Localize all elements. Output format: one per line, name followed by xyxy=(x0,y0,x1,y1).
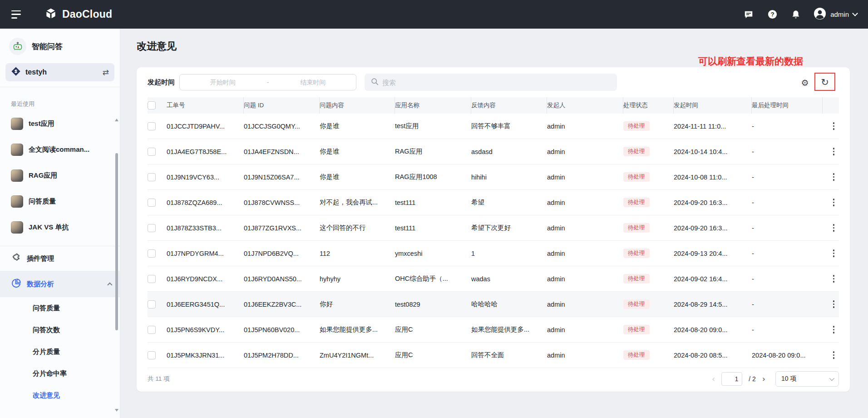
user-menu[interactable]: admin xyxy=(814,7,857,22)
page-size-select[interactable]: 10 项 xyxy=(775,371,839,387)
table-row[interactable]: 01JCCJTD9PAHV... 01JCCJSG0QMY... 你是谁 tes… xyxy=(148,114,839,139)
row-checkbox[interactable] xyxy=(148,326,156,334)
row-actions-kebab-icon[interactable] xyxy=(831,171,837,183)
switch-workspace-icon[interactable]: ⇄ xyxy=(103,68,109,77)
end-date-input[interactable] xyxy=(270,79,356,86)
sidebar: 智能问答 testyh ⇄ 最近使用 test应用 全文阅读comman... … xyxy=(0,29,120,418)
recent-section-label: 最近使用 xyxy=(0,87,120,111)
question-content-cell: hyhyhy xyxy=(320,266,395,291)
row-actions-kebab-icon[interactable] xyxy=(831,273,837,284)
scroll-up-icon[interactable] xyxy=(115,119,118,121)
row-actions-kebab-icon[interactable] xyxy=(831,146,837,157)
row-checkbox[interactable] xyxy=(148,148,156,156)
help-icon[interactable]: ? xyxy=(766,9,778,20)
scroll-down-icon[interactable] xyxy=(115,409,118,412)
row-checkbox[interactable] xyxy=(148,300,156,309)
next-page-icon[interactable]: › xyxy=(762,375,765,383)
header-initiator: 发起人 xyxy=(547,97,623,114)
row-actions-kebab-icon[interactable] xyxy=(831,197,837,208)
table-row[interactable]: 01J6RYD9NCDX... 01J6RYD0ANS50... hyhyhy … xyxy=(148,266,839,292)
table-row[interactable]: 01J5PN6S9KVDY... 01J5PN60BV020... 如果您能提供… xyxy=(148,317,839,343)
row-checkbox[interactable] xyxy=(148,224,156,232)
bell-icon[interactable] xyxy=(790,9,802,20)
row-checkbox[interactable] xyxy=(148,275,156,283)
sidebar-item-label: 问答质量 xyxy=(29,197,56,206)
header-status: 处理状态 xyxy=(623,97,674,114)
app-thumbnail xyxy=(11,195,23,208)
row-checkbox[interactable] xyxy=(148,173,156,181)
main-content: 改进意见 可以刷新查看最新的数据 发起时间 - ⚙ ↻ 工 xyxy=(121,29,868,418)
row-actions-kebab-icon[interactable] xyxy=(831,120,837,132)
header-question-id: 问题 ID xyxy=(244,97,320,114)
status-badge: 待处理 xyxy=(623,350,650,360)
select-all-checkbox[interactable] xyxy=(148,101,156,109)
last-processed-cell: - xyxy=(752,292,823,317)
search-input[interactable] xyxy=(382,79,611,86)
scrollbar-thumb[interactable] xyxy=(115,153,118,330)
row-checkbox[interactable] xyxy=(148,249,156,258)
row-checkbox[interactable] xyxy=(148,122,156,130)
gear-icon[interactable]: ⚙ xyxy=(799,77,811,89)
row-checkbox[interactable] xyxy=(148,351,156,359)
header-ticket: 工单号 xyxy=(167,97,244,114)
table-row[interactable]: 01J878ZQZA689... 01J878CVWNSS... 对不起，我会再… xyxy=(148,190,839,215)
app-thumbnail xyxy=(11,169,23,182)
sidebar-item-analysis[interactable]: 数据分析 xyxy=(0,271,120,297)
chat-icon[interactable] xyxy=(743,9,755,20)
sidebar-sub-item[interactable]: 分片质量 xyxy=(0,341,120,363)
sidebar-scrollbar[interactable] xyxy=(115,88,118,414)
refresh-icon[interactable]: ↻ xyxy=(821,77,829,87)
workspace-logo-icon xyxy=(11,66,21,78)
sidebar-sub-item[interactable]: 问答次数 xyxy=(0,319,120,341)
row-actions-kebab-icon[interactable] xyxy=(831,248,837,259)
workspace-selector[interactable]: testyh ⇄ xyxy=(5,63,114,81)
row-actions-kebab-icon[interactable] xyxy=(831,299,837,310)
status-cell: 待处理 xyxy=(623,114,674,139)
start-date-input[interactable] xyxy=(180,79,266,86)
initiator-cell: admin xyxy=(547,139,623,164)
sidebar-recent-app[interactable]: 全文阅读comman... xyxy=(0,137,120,163)
sidebar-sub-item[interactable]: 改进意见 xyxy=(0,384,120,406)
page-number-input[interactable] xyxy=(721,372,742,386)
sidebar-recent-app[interactable]: RAG应用 xyxy=(0,163,120,189)
start-time-cell: 2024-08-20 09:0... xyxy=(674,317,752,342)
sidebar-recent-app[interactable]: 问答质量 xyxy=(0,189,120,214)
status-cell: 待处理 xyxy=(623,215,674,240)
chevron-up-icon xyxy=(107,282,112,287)
table-row[interactable]: 01J5PMK3JRN31... 01J5PM2H78DD... ZmU4Y2I… xyxy=(148,343,839,368)
sidebar-sub-item[interactable]: 分片命中率 xyxy=(0,363,120,384)
row-actions-kebab-icon[interactable] xyxy=(831,349,837,361)
table-row[interactable]: 01J9N19VCY63... 01J9N15Z06SA7... 你是谁 RAG… xyxy=(148,164,839,190)
question-id-cell: 01J5PN60BV020... xyxy=(244,317,320,342)
feedback-cell: wadas xyxy=(471,266,547,291)
last-processed-cell: - xyxy=(752,317,823,342)
sidebar-recent-app[interactable]: test应用 xyxy=(0,111,120,137)
sidebar-item-label: RAG应用 xyxy=(29,171,57,180)
sidebar-recent-app[interactable]: JAK VS 单抗 xyxy=(0,214,120,240)
question-id-cell: 01J877ZG1RVXS... xyxy=(244,215,320,240)
status-cell: 待处理 xyxy=(623,343,674,368)
row-actions-kebab-icon[interactable] xyxy=(831,324,837,335)
initiator-cell: admin xyxy=(547,114,623,139)
app-name-cell: 应用C xyxy=(395,317,471,342)
row-checkbox[interactable] xyxy=(148,199,156,207)
question-id-cell: 01J7NPD6B2VQ... xyxy=(244,241,320,266)
date-range-picker[interactable]: - xyxy=(179,74,356,90)
row-actions-kebab-icon[interactable] xyxy=(831,222,837,234)
feedback-cell: 1 xyxy=(471,241,547,266)
sidebar-sub-item[interactable]: 问答质量 xyxy=(0,297,120,319)
menu-toggle-icon[interactable] xyxy=(11,10,22,19)
last-processed-cell: - xyxy=(752,139,823,164)
table-row[interactable]: 01J6EERG3451Q... 01J6EEKZ2BV3C... 你好 tes… xyxy=(148,292,839,317)
app-name-cell: RAG应用1008 xyxy=(395,164,471,189)
sidebar-item-plugins[interactable]: 插件管理 xyxy=(0,246,120,271)
table-row[interactable]: 01J7NPDYGRM4... 01J7NPD6B2VQ... 112 ymxc… xyxy=(148,241,839,266)
last-processed-cell: - xyxy=(752,164,823,189)
status-cell: 待处理 xyxy=(623,139,674,164)
search-box[interactable] xyxy=(365,74,617,91)
table-row[interactable]: 01JA4EG7T8J58E... 01JA4EFZNSDN... 你是谁 RA… xyxy=(148,139,839,164)
prev-page-icon[interactable]: ‹ xyxy=(712,375,715,383)
sidebar-item-label: JAK VS 单抗 xyxy=(29,223,69,232)
table-row[interactable]: 01J878Z33STB3... 01J877ZG1RVXS... 这个回答的不… xyxy=(148,215,839,241)
question-content-cell: 你好 xyxy=(320,292,395,317)
